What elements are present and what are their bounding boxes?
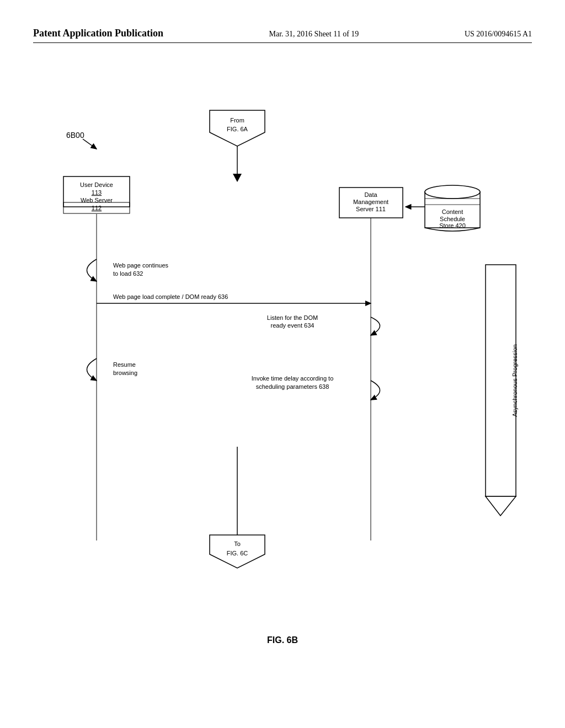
step1-loop bbox=[87, 259, 97, 281]
step3-text-1: Listen for the DOM bbox=[267, 314, 318, 321]
user-device-num: 113 bbox=[92, 189, 102, 196]
data-mgmt-label-2: Management bbox=[353, 199, 388, 205]
step5-text-1: Invoke time delay according to bbox=[252, 375, 334, 382]
from-fig-text-1: From bbox=[230, 117, 244, 124]
step3-text-2: ready event 634 bbox=[271, 322, 315, 329]
to-fig-text-1: To bbox=[234, 540, 241, 547]
step2-text: Web page load complete / DOM ready 636 bbox=[113, 293, 228, 300]
label-6b00: 6B00 bbox=[66, 131, 84, 140]
step4-text-1: Resume bbox=[113, 361, 136, 368]
step5-text-2: scheduling parameters 638 bbox=[256, 383, 329, 390]
from-fig-text-2: FIG. 6A bbox=[227, 126, 248, 132]
step4-text-2: browsing bbox=[113, 370, 137, 376]
step4-loop bbox=[87, 358, 97, 381]
user-device-label: User Device bbox=[80, 181, 113, 188]
async-label: Asynchronous Progression bbox=[511, 344, 518, 416]
step1-text-2: to load 632 bbox=[113, 270, 143, 277]
header: Patent Application Publication Mar. 31, … bbox=[33, 28, 532, 43]
web-server-num: 112 bbox=[92, 205, 102, 211]
patent-number: US 2016/0094615 A1 bbox=[465, 30, 532, 39]
content-store-label-3: Store 420 bbox=[439, 222, 466, 229]
content-store-label-2: Schedule bbox=[440, 216, 465, 222]
content-store-label-1: Content bbox=[442, 208, 463, 215]
figure-label: FIG. 6B bbox=[267, 635, 298, 645]
async-arrow bbox=[486, 496, 516, 516]
patent-publication-title: Patent Application Publication bbox=[33, 28, 163, 39]
data-mgmt-label-1: Data bbox=[364, 191, 377, 198]
6b00-arrow bbox=[83, 139, 97, 149]
content-store-top bbox=[425, 185, 480, 199]
diagram-svg: 6B00 From FIG. 6A User Device 113 Web Se… bbox=[28, 88, 535, 585]
to-fig-text-2: FIG. 6C bbox=[227, 550, 248, 556]
step5-loop bbox=[371, 381, 380, 400]
patent-date-sheet: Mar. 31, 2016 Sheet 11 of 19 bbox=[185, 30, 443, 39]
patent-page: Patent Application Publication Mar. 31, … bbox=[0, 0, 565, 728]
step1-text-1: Web page continues bbox=[113, 262, 169, 269]
data-mgmt-label-3: Server 111 bbox=[356, 206, 386, 212]
step3-loop bbox=[371, 317, 380, 335]
from-fig-arrow bbox=[233, 174, 242, 182]
